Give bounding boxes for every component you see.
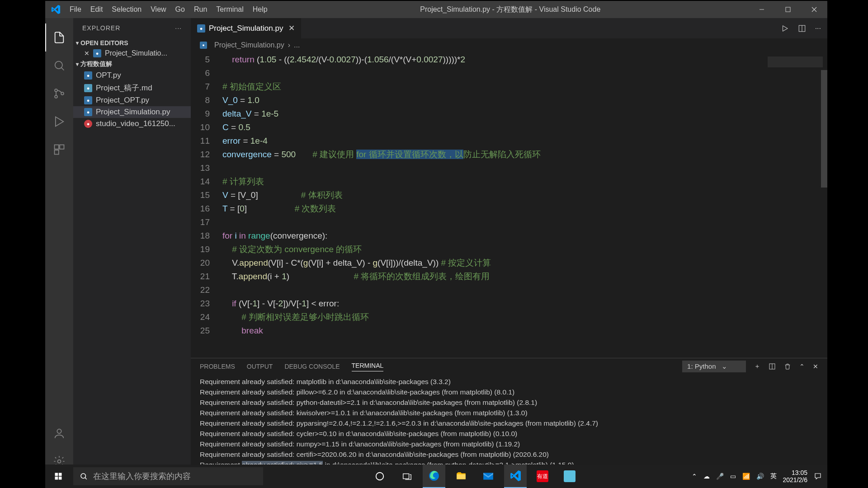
svg-point-2: [55, 89, 57, 92]
app-icon[interactable]: [558, 465, 581, 488]
mail-icon[interactable]: [477, 465, 500, 488]
chevron-down-icon: ▾: [76, 61, 79, 67]
title-bar: FileEditSelectionViewGoRunTerminalHelp P…: [45, 1, 827, 18]
wifi-icon[interactable]: 📶: [742, 473, 750, 480]
maximize-button[interactable]: [775, 1, 801, 18]
svg-point-14: [81, 474, 86, 479]
breadcrumb[interactable]: ● Project_Simulation.py › ...: [191, 38, 827, 52]
svg-rect-16: [403, 474, 409, 479]
md-file-icon: ●: [84, 84, 92, 92]
chevron-right-icon: ›: [288, 41, 290, 49]
file-item[interactable]: ●Project_稿子.md: [73, 81, 191, 94]
notifications-tray-icon[interactable]: [814, 472, 822, 480]
close-panel-icon[interactable]: ✕: [813, 363, 818, 370]
terminal-select[interactable]: 1: Python ⌄: [682, 361, 746, 372]
vscode-logo-icon: [51, 5, 61, 14]
panel-tab-debug-console[interactable]: DEBUG CONSOLE: [284, 363, 340, 370]
battery-icon[interactable]: ▭: [730, 473, 736, 480]
python-file-icon: ●: [200, 42, 207, 49]
python-file-icon: ●: [93, 49, 101, 57]
menu-go[interactable]: Go: [171, 5, 189, 14]
menu-view[interactable]: View: [146, 5, 170, 14]
split-editor-icon[interactable]: [798, 24, 806, 33]
terminal-output[interactable]: Requirement already satisfied: matplotli…: [191, 375, 827, 475]
editor-area: ● Project_Simulation.py ✕ ··· ● Project_…: [191, 18, 827, 475]
svg-point-4: [61, 92, 64, 95]
menu-selection[interactable]: Selection: [107, 5, 146, 14]
close-icon[interactable]: ✕: [288, 23, 295, 33]
window-title: Project_Simulation.py - 方程数值解 - Visual S…: [272, 5, 749, 14]
video-file-icon: ●: [84, 120, 92, 128]
chevron-down-icon: ▾: [76, 40, 79, 46]
tabs-bar: ● Project_Simulation.py ✕ ···: [191, 18, 827, 38]
account-activity[interactable]: [45, 419, 73, 447]
svg-point-9: [58, 460, 61, 463]
file-item[interactable]: ●OPT.py: [73, 70, 191, 81]
terminal-panel: PROBLEMSOUTPUTDEBUG CONSOLETERMINAL 1: P…: [191, 358, 827, 475]
ime-indicator[interactable]: 英: [770, 472, 777, 480]
kill-terminal-icon[interactable]: [784, 363, 791, 370]
file-explorer-icon[interactable]: [450, 465, 472, 488]
more-icon[interactable]: ···: [815, 24, 821, 33]
youdao-icon[interactable]: 有道: [531, 465, 554, 488]
windows-taskbar: 在这里输入你要搜索的内容 有道 ⌃ ☁ 🎤 ▭ 📶 🔊 英 13:05 2021…: [45, 465, 827, 488]
start-button[interactable]: [45, 465, 71, 488]
menu-edit[interactable]: Edit: [86, 5, 108, 14]
sidebar-title: EXPLORER ···: [73, 18, 191, 38]
menu-run[interactable]: Run: [189, 5, 212, 14]
folder-section[interactable]: ▾ 方程数值解: [73, 59, 191, 70]
svg-point-8: [57, 429, 61, 433]
svg-point-1: [55, 61, 62, 69]
cortana-icon[interactable]: [368, 465, 391, 488]
py-file-icon: ●: [84, 71, 92, 80]
vscode-taskbar-icon[interactable]: [504, 465, 527, 488]
close-icon[interactable]: ✕: [84, 50, 90, 57]
tray-chevron-icon[interactable]: ⌃: [692, 473, 697, 480]
svg-rect-0: [786, 7, 790, 12]
svg-rect-5: [55, 145, 59, 149]
task-view-icon[interactable]: [396, 465, 418, 488]
file-item[interactable]: ●studio_video_161250...: [73, 118, 191, 130]
onedrive-icon[interactable]: ☁: [703, 473, 710, 480]
split-terminal-icon[interactable]: [769, 363, 776, 370]
menu-help[interactable]: Help: [248, 5, 272, 14]
minimize-button[interactable]: [749, 1, 775, 18]
open-editor-item[interactable]: ✕ ● Project_Simulatio...: [73, 48, 191, 59]
close-button[interactable]: [801, 1, 827, 18]
explorer-activity[interactable]: [45, 23, 73, 52]
menu-terminal[interactable]: Terminal: [212, 5, 248, 14]
line-numbers: 5678910111213141516171819202122232425: [191, 52, 222, 358]
volume-icon[interactable]: 🔊: [756, 473, 764, 480]
expand-panel-icon[interactable]: ⌃: [799, 363, 805, 370]
svg-rect-6: [60, 145, 64, 149]
taskbar-search[interactable]: 在这里输入你要搜索的内容: [73, 467, 263, 485]
run-icon[interactable]: [781, 24, 789, 33]
editor-tab[interactable]: ● Project_Simulation.py ✕: [191, 18, 302, 38]
search-activity[interactable]: [45, 52, 73, 80]
minimap[interactable]: [764, 52, 827, 358]
clock[interactable]: 13:05 2021/2/6: [783, 469, 808, 483]
svg-point-15: [376, 473, 384, 480]
edge-icon[interactable]: [423, 465, 445, 488]
file-item[interactable]: ●Project_Simulation.py: [73, 106, 191, 118]
panel-tab-output[interactable]: OUTPUT: [247, 363, 273, 370]
menu-file[interactable]: File: [65, 5, 86, 14]
py-file-icon: ●: [84, 96, 92, 104]
extensions-activity[interactable]: [45, 136, 73, 164]
open-editors-section[interactable]: ▾ OPEN EDITORS: [73, 38, 191, 48]
panel-tab-terminal[interactable]: TERMINAL: [352, 362, 384, 371]
file-item[interactable]: ●Project_OPT.py: [73, 94, 191, 106]
panel-tab-problems[interactable]: PROBLEMS: [200, 363, 235, 370]
sidebar: EXPLORER ··· ▾ OPEN EDITORS ✕ ● Project_…: [73, 18, 191, 475]
run-debug-activity[interactable]: [45, 108, 73, 136]
microphone-icon[interactable]: 🎤: [716, 473, 724, 480]
python-file-icon: ●: [197, 24, 205, 33]
svg-rect-7: [55, 150, 59, 154]
new-terminal-icon[interactable]: ＋: [754, 362, 760, 371]
source-control-activity[interactable]: [45, 80, 73, 108]
svg-point-3: [55, 95, 57, 98]
more-icon[interactable]: ···: [175, 24, 182, 32]
activity-bar: [45, 18, 73, 475]
code-editor[interactable]: 5678910111213141516171819202122232425 re…: [191, 52, 827, 358]
py-file-icon: ●: [84, 108, 92, 116]
